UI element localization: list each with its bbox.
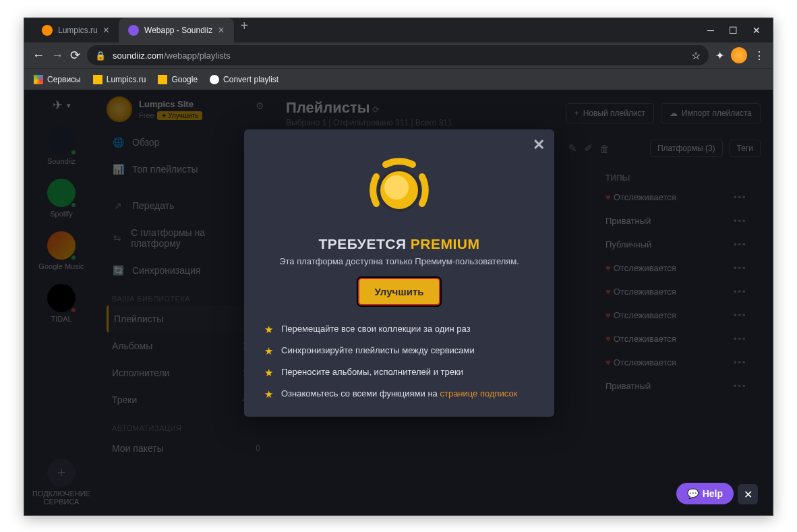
titlebar: Lumpics.ru × Webapp - Soundiiz × + ─ ☐ ✕ xyxy=(24,18,773,42)
tab-label: Webapp - Soundiiz xyxy=(144,26,212,35)
feature-list: ★Перемещайте все свои коллекции за один … xyxy=(264,324,534,401)
folder-icon xyxy=(158,75,167,84)
new-tab-button[interactable]: + xyxy=(234,18,256,42)
toolbar: ← → ⟳ 🔒 soundiiz.com/webapp/playlists ☆ … xyxy=(24,42,773,68)
page-icon xyxy=(210,75,219,84)
address-bar[interactable]: 🔒 soundiiz.com/webapp/playlists ☆ xyxy=(87,45,709,65)
bookmark-google[interactable]: Google xyxy=(158,75,198,84)
tab-favicon xyxy=(42,25,53,36)
feature-item: ★Ознакомьтесь со всеми функциями на стра… xyxy=(264,388,534,401)
tab-favicon xyxy=(128,25,139,36)
app-body: ✈▾ Soundiiz Spotify Google Music TIDAL +… xyxy=(24,90,773,515)
reload-icon[interactable]: ⟳ xyxy=(70,48,80,63)
modal-subtitle: Эта платформа доступна только Премиум-по… xyxy=(264,256,534,266)
star-icon[interactable]: ☆ xyxy=(691,49,701,62)
tab-label: Lumpics.ru xyxy=(58,26,98,35)
tab-lumpics[interactable]: Lumpics.ru × xyxy=(32,18,119,42)
extensions-icon[interactable]: ✦ xyxy=(715,49,724,62)
svg-point-1 xyxy=(384,175,409,200)
feature-item: ★Переносите альбомы, исполнителей и трек… xyxy=(264,367,534,379)
star-icon: ★ xyxy=(264,367,273,379)
bookmark-convert[interactable]: Convert playlist xyxy=(210,75,278,84)
modal-title: ТРЕБУЕТСЯ PREMIUM xyxy=(264,236,534,252)
profile-avatar[interactable] xyxy=(731,47,747,63)
lock-icon: 🔒 xyxy=(95,51,106,61)
window-controls: ─ ☐ ✕ xyxy=(695,25,773,36)
bookmarks-bar: Сервисы Lumpics.ru Google Convert playli… xyxy=(24,68,773,90)
folder-icon xyxy=(93,75,102,84)
forward-icon[interactable]: → xyxy=(51,49,63,63)
star-icon: ★ xyxy=(264,324,273,336)
maximize-icon[interactable]: ☐ xyxy=(729,25,738,36)
close-icon[interactable]: ✕ xyxy=(533,136,545,154)
back-icon[interactable]: ← xyxy=(32,49,45,63)
apps-icon xyxy=(34,75,43,84)
url-host: soundiiz.com xyxy=(113,51,164,61)
minimize-icon[interactable]: ─ xyxy=(707,25,714,36)
tab-soundiiz[interactable]: Webapp - Soundiiz × xyxy=(119,18,234,42)
premium-logo xyxy=(359,156,440,224)
upgrade-button[interactable]: Улучшить xyxy=(357,277,440,306)
close-icon[interactable]: × xyxy=(103,24,109,36)
subscriptions-link[interactable]: странице подписок xyxy=(440,388,517,398)
bookmark-lumpics[interactable]: Lumpics.ru xyxy=(93,75,146,84)
menu-icon[interactable]: ⋮ xyxy=(754,49,765,62)
feature-item: ★Синхронизируйте плейлисты между сервиса… xyxy=(264,345,534,357)
star-icon: ★ xyxy=(264,388,273,401)
url-path: /webapp/playlists xyxy=(164,51,231,61)
browser-window: Lumpics.ru × Webapp - Soundiiz × + ─ ☐ ✕… xyxy=(24,18,773,516)
chat-icon: 💬 xyxy=(687,488,699,499)
close-icon[interactable]: × xyxy=(218,24,224,36)
star-icon: ★ xyxy=(264,345,273,357)
bookmark-services[interactable]: Сервисы xyxy=(34,75,81,84)
tab-strip: Lumpics.ru × Webapp - Soundiiz × + xyxy=(24,18,695,42)
feature-item: ★Перемещайте все свои коллекции за один … xyxy=(264,324,534,336)
premium-modal: ✕ ТРЕБУЕТСЯ PREMIUM Эта платформа доступ… xyxy=(244,129,554,417)
help-close-button[interactable]: ✕ xyxy=(738,484,758,504)
help-button[interactable]: 💬Help xyxy=(676,483,734,504)
close-icon[interactable]: ✕ xyxy=(752,25,761,36)
